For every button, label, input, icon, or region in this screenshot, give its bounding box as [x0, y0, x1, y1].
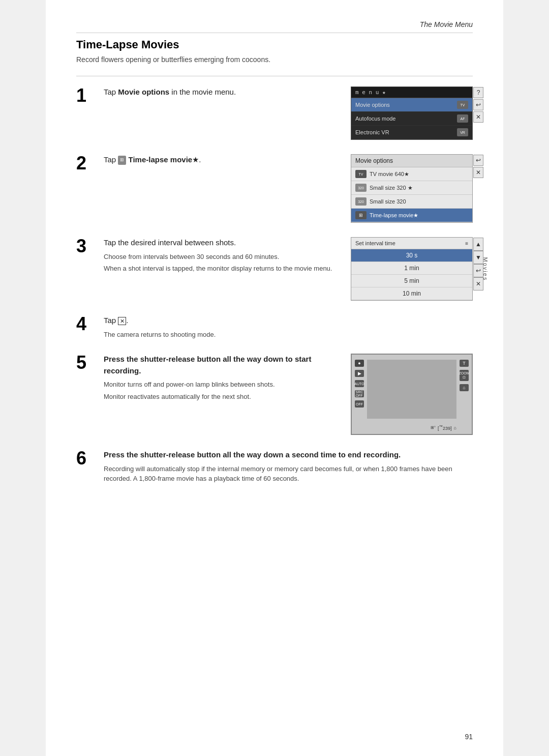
camera-status-frames: [™239] — [438, 424, 452, 431]
step-5-subtext-2: Monitor reactivates automatically for th… — [104, 392, 342, 402]
screen-3-btn-back[interactable]: ↩ — [473, 264, 483, 277]
page-subtitle: Record flowers opening or butterflies em… — [76, 55, 473, 64]
step-3-subtext-1: Choose from intervals between 30 seconds… — [104, 252, 342, 262]
step-1-content: Tap Movie options in the movie menu. — [104, 86, 342, 101]
page: The Movie Menu Time-Lapse Movies Record … — [46, 0, 503, 756]
screen-3-side-buttons: ▲ ▼ ↩ ✕ — [473, 238, 483, 290]
step-1-bold: Movie options — [118, 88, 169, 96]
screen-1-row-1: Autofocus mode AF — [351, 112, 472, 126]
screen-2-row-0-icon: TV — [355, 170, 367, 178]
step-5-bold: Press the shutter-release button all the… — [104, 355, 311, 375]
step-3-image: Set interval time ≡ 30 s 1 min 5 min 10 … — [351, 237, 473, 301]
step-4-text: Tap ✕. — [104, 315, 473, 327]
step-1-image: m e n u ★ Movie options TV Autofocus mod… — [351, 86, 473, 140]
screen-1-row-0-label: Movie options — [355, 102, 455, 108]
camera-icon-auto: AUTO — [355, 380, 364, 387]
screen-2-btn-back[interactable]: ↩ — [473, 155, 483, 166]
screen-2-row-2-icon: 320 — [355, 197, 367, 206]
screen-5: ● ▶ AUTO SRCOFF OFF T ZOOM⊡ ⌂ ⊞° [™239 — [351, 354, 473, 435]
screen-1-row-0-icon: TV — [457, 101, 468, 109]
page-title: Time-Lapse Movies — [76, 38, 473, 51]
step-5: 5 Press the shutter-release button all t… — [76, 354, 473, 435]
step-1: 1 Tap Movie options in the movie menu. m… — [76, 86, 473, 140]
screen-2-side-buttons: ↩ ✕ — [473, 155, 483, 178]
screen-2-row-2: 320 Small size 320 — [351, 195, 472, 209]
screen-2-row-1: 320 Small size 320 ★ — [351, 181, 472, 195]
step-3-text: Tap the desired interval between shots. — [104, 237, 342, 249]
screen-3-btn-close[interactable]: ✕ — [473, 277, 483, 290]
screen-2-row-1-text: Small size 320 ★ — [370, 185, 468, 191]
screen-1-row-2-label: Electronic VR — [355, 129, 455, 135]
step-5-content: Press the shutter-release button all the… — [104, 354, 342, 403]
camera-preview-area — [367, 360, 456, 419]
screen-3-row-2: 5 min — [351, 275, 472, 287]
camera-icon-zoom: ZOOM⊡ — [460, 370, 469, 381]
screen-5-left-icons: ● ▶ AUTO SRCOFF OFF — [355, 360, 364, 408]
camera-status-home: ⌂ — [454, 425, 456, 430]
step-2-bold: Time-lapse movie — [129, 155, 193, 164]
screen-2-row-3-icon: ⊞ — [355, 211, 367, 219]
screen-1-side-buttons: ? ↩ ✕ — [473, 87, 483, 123]
screen-3: Set interval time ≡ 30 s 1 min 5 min 10 … — [351, 237, 473, 301]
screen-1-row-2-icon: VR — [457, 128, 468, 136]
step-6-bold: Press the shutter-release button all the… — [104, 450, 401, 459]
screen-3-row-0: 30 s — [351, 249, 472, 262]
screen-3-row-1: 1 min — [351, 262, 472, 275]
header-title: The Movie Menu — [420, 20, 473, 28]
step-3-content: Tap the desired interval between shots. … — [104, 237, 342, 276]
step-2-content: Tap ⊞ Time-lapse movie★. — [104, 154, 342, 169]
screen-3-header-icon: ≡ — [465, 241, 468, 246]
step-4-subtext: The camera returns to shooting mode. — [104, 330, 473, 340]
screen-3-btn-up[interactable]: ▲ — [473, 238, 483, 251]
screen-5-right-icons: T ZOOM⊡ ⌂ — [460, 360, 469, 391]
page-header: The Movie Menu — [76, 20, 473, 33]
step-2-text: Tap ⊞ Time-lapse movie★. — [104, 154, 342, 166]
screen-3-row-3: 10 min — [351, 287, 472, 300]
screen-1-btn-help[interactable]: ? — [473, 87, 483, 98]
step-3: 3 Tap the desired interval between shots… — [76, 237, 473, 301]
screen-2-row-0-text: TV movie 640★ — [370, 171, 468, 178]
screen-1-row-2: Electronic VR VR — [351, 126, 472, 139]
step-6-text: Press the shutter-release button all the… — [104, 449, 473, 461]
step-6-content: Press the shutter-release button all the… — [104, 449, 473, 486]
step-2: 2 Tap ⊞ Time-lapse movie★. Movie options… — [76, 154, 473, 223]
screen-1-row-0: Movie options TV — [351, 98, 472, 112]
screen-2-row-1-icon: 320 — [355, 184, 367, 192]
step-4-number: 4 — [76, 315, 95, 333]
screen-1-row-1-icon: AF — [457, 114, 468, 123]
step-5-image: ● ▶ AUTO SRCOFF OFF T ZOOM⊡ ⌂ ⊞° [™239 — [351, 354, 473, 435]
step-5-subtext-1: Monitor turns off and power-on lamp blin… — [104, 380, 342, 390]
step-6-number: 6 — [76, 449, 95, 468]
page-number: 91 — [465, 733, 473, 741]
step-3-subtext-2: When a shot interval is tapped, the moni… — [104, 264, 342, 274]
screen-1-row-1-label: Autofocus mode — [355, 115, 455, 122]
step-1-number: 1 — [76, 86, 95, 105]
camera-icon-play: ▶ — [355, 370, 364, 377]
screen-2-row-0: TV TV movie 640★ — [351, 167, 472, 181]
step-3-number: 3 — [76, 237, 95, 255]
step-2-number: 2 — [76, 154, 95, 172]
camera-status-icon: ⊞° — [431, 425, 436, 430]
divider-top — [76, 76, 473, 76]
camera-icon-src: SRCOFF — [355, 390, 364, 397]
step-5-number: 5 — [76, 354, 95, 372]
screen-2-row-3: ⊞ Time-lapse movie★ — [351, 209, 472, 222]
step-6-subtext: Recording will automatically stop if the… — [104, 464, 473, 484]
sidebar-movies-label: Movies — [483, 257, 489, 281]
step-5-text: Press the shutter-release button all the… — [104, 354, 342, 376]
screen-2-row-3-text: Time-lapse movie★ — [370, 212, 468, 219]
camera-icon-record: ● — [355, 360, 364, 367]
step-2-icon: ⊞ — [118, 156, 126, 165]
step-4-x-icon: ✕ — [118, 317, 126, 325]
screen-3-btn-down[interactable]: ▼ — [473, 251, 483, 264]
screen-3-header-text: Set interval time — [355, 240, 395, 246]
screen-1-btn-back[interactable]: ↩ — [473, 99, 483, 110]
step-6: 6 Press the shutter-release button all t… — [76, 449, 473, 486]
camera-status-bar: ⊞° [™239] ⌂ — [367, 424, 456, 431]
screen-2-btn-close[interactable]: ✕ — [473, 167, 483, 178]
camera-icon-t: T — [460, 360, 469, 367]
screen-1-header-text: m e n u ★ — [355, 89, 386, 96]
step-1-text: Tap Movie options in the movie menu. — [104, 86, 342, 98]
screen-2: Movie options TV TV movie 640★ 320 Small… — [351, 154, 473, 223]
screen-1-btn-close[interactable]: ✕ — [473, 111, 483, 123]
